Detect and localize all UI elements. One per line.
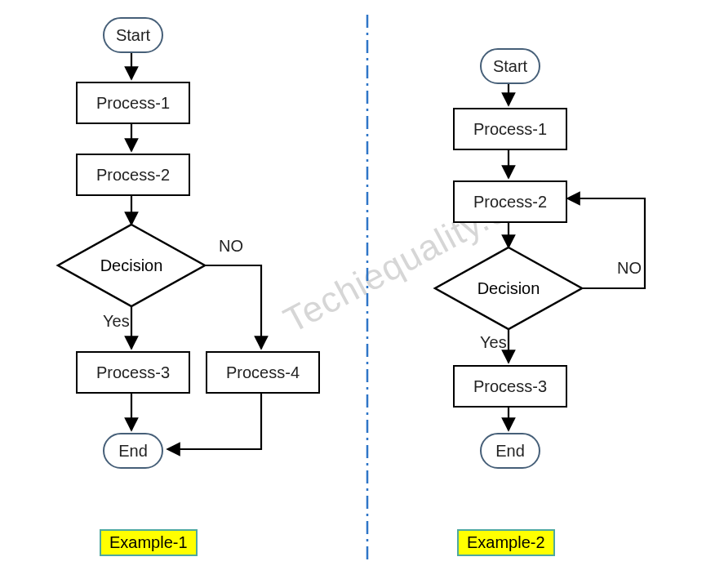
ex1-process-3-label: Process-3 — [96, 363, 170, 382]
ex1-end-label: End — [118, 442, 148, 461]
ex2-decision-label: Decision — [435, 247, 582, 329]
ex2-start-label: Start — [493, 57, 527, 76]
ex1-decision: Decision — [58, 225, 205, 306]
ex2-end: End — [480, 433, 540, 469]
ex1-no-label: NO — [219, 237, 243, 256]
ex1-decision-label: Decision — [58, 225, 205, 306]
ex1-process-1: Process-1 — [76, 82, 190, 124]
ex1-process-1-label: Process-1 — [96, 94, 170, 113]
ex1-process-4-label: Process-4 — [226, 363, 300, 382]
ex2-decision: Decision — [435, 247, 582, 329]
ex2-end-label: End — [495, 442, 525, 461]
ex1-process-3: Process-3 — [76, 351, 190, 394]
ex2-yes-label: Yes — [480, 333, 507, 352]
ex1-end: End — [103, 433, 163, 469]
ex1-tag: Example-1 — [100, 529, 198, 556]
ex1-tag-label: Example-1 — [109, 533, 188, 551]
ex1-process-4: Process-4 — [206, 351, 320, 394]
ex1-process-2-label: Process-2 — [96, 166, 170, 185]
ex1-start: Start — [103, 17, 163, 53]
ex2-process-3-label: Process-3 — [473, 377, 547, 396]
ex2-no-label: NO — [617, 259, 642, 278]
ex2-process-1: Process-1 — [453, 108, 567, 150]
ex2-process-2-label: Process-2 — [473, 193, 547, 212]
ex1-yes-label: Yes — [103, 312, 130, 331]
ex2-process-2: Process-2 — [453, 180, 567, 223]
ex1-process-2: Process-2 — [76, 154, 190, 196]
ex2-process-3: Process-3 — [453, 365, 567, 408]
flowchart-canvas: Techiequality.com — [0, 0, 724, 588]
ex1-start-label: Start — [116, 26, 150, 45]
ex2-start: Start — [480, 48, 540, 84]
ex2-tag-label: Example-2 — [467, 533, 545, 551]
ex2-process-1-label: Process-1 — [473, 120, 547, 139]
ex2-tag: Example-2 — [457, 529, 555, 556]
